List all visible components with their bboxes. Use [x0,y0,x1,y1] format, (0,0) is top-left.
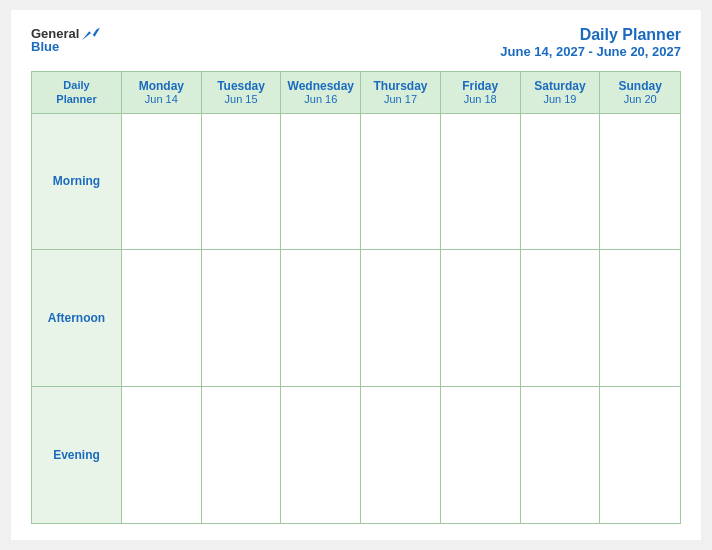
day-header-wednesday: Wednesday Jun 16 [281,72,361,113]
cal-cell-evening-friday[interactable] [441,387,521,523]
cal-cell-afternoon-tuesday[interactable] [202,250,282,386]
calendar-row-evening: Evening [32,387,680,523]
planner-label-cell: Daily Planner [32,72,122,113]
calendar-row-afternoon: Afternoon [32,250,680,387]
logo-blue-text: Blue [31,39,59,54]
cal-cell-morning-thursday[interactable] [361,114,441,250]
day-date: Jun 16 [304,93,337,105]
date-range: June 14, 2027 - June 20, 2027 [500,44,681,59]
calendar: Daily Planner Monday Jun 14 Tuesday Jun … [31,71,681,524]
cal-cell-morning-wednesday[interactable] [281,114,361,250]
day-date: Jun 17 [384,93,417,105]
cal-cell-afternoon-friday[interactable] [441,250,521,386]
cal-cell-evening-wednesday[interactable] [281,387,361,523]
day-header-thursday: Thursday Jun 17 [361,72,441,113]
time-label-cell: Morning [32,114,122,250]
cal-cell-morning-monday[interactable] [122,114,202,250]
cal-cell-afternoon-wednesday[interactable] [281,250,361,386]
cal-cell-evening-monday[interactable] [122,387,202,523]
day-header-tuesday: Tuesday Jun 15 [202,72,282,113]
time-label: Afternoon [48,311,105,325]
day-header-friday: Friday Jun 18 [441,72,521,113]
calendar-row-morning: Morning [32,114,680,251]
cal-cell-morning-sunday[interactable] [600,114,680,250]
time-label: Evening [53,448,100,462]
calendar-header-row: Daily Planner Monday Jun 14 Tuesday Jun … [32,72,680,114]
logo: General Blue [31,26,100,54]
cal-cell-afternoon-saturday[interactable] [521,250,601,386]
day-date: Jun 19 [543,93,576,105]
day-name: Friday [462,79,498,93]
time-label-cell: Afternoon [32,250,122,386]
day-date: Jun 15 [225,93,258,105]
svg-marker-0 [82,27,100,40]
cal-cell-evening-thursday[interactable] [361,387,441,523]
day-date: Jun 14 [145,93,178,105]
header-right: Daily Planner June 14, 2027 - June 20, 2… [500,26,681,59]
cal-cell-morning-saturday[interactable] [521,114,601,250]
cal-cell-evening-saturday[interactable] [521,387,601,523]
day-name: Sunday [618,79,661,93]
cal-cell-evening-tuesday[interactable] [202,387,282,523]
cal-cell-morning-tuesday[interactable] [202,114,282,250]
cal-cell-afternoon-sunday[interactable] [600,250,680,386]
daily-planner-page: General Blue Daily Planner June 14, 2027… [11,10,701,540]
header: General Blue Daily Planner June 14, 2027… [31,26,681,59]
day-date: Jun 20 [624,93,657,105]
day-header-monday: Monday Jun 14 [122,72,202,113]
day-header-saturday: Saturday Jun 19 [521,72,601,113]
day-header-sunday: Sunday Jun 20 [600,72,680,113]
cal-cell-afternoon-monday[interactable] [122,250,202,386]
cal-cell-morning-friday[interactable] [441,114,521,250]
day-name: Monday [139,79,184,93]
calendar-body: MorningAfternoonEvening [32,114,680,523]
planner-title: Daily Planner [500,26,681,44]
day-name: Thursday [373,79,427,93]
time-label: Morning [53,174,100,188]
day-name: Tuesday [217,79,265,93]
day-name: Saturday [534,79,585,93]
day-date: Jun 18 [464,93,497,105]
cal-cell-evening-sunday[interactable] [600,387,680,523]
logo-bird-icon [82,27,100,41]
day-name: Wednesday [288,79,354,93]
time-label-cell: Evening [32,387,122,523]
planner-label: Daily Planner [56,78,96,107]
cal-cell-afternoon-thursday[interactable] [361,250,441,386]
